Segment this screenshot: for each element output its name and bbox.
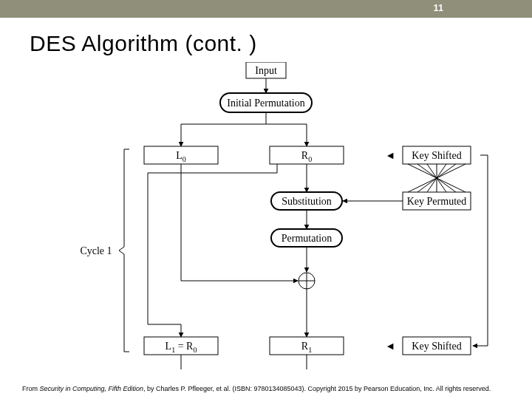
substitution-label: Substitution (282, 196, 332, 207)
page-number: 11 (434, 3, 443, 13)
initial-perm-label: Initial Permutation (227, 98, 304, 109)
footer-prefix: From (22, 385, 40, 392)
header-bar: 11 (0, 0, 532, 18)
footer-book: Security in Computing, Fifth Edition (40, 385, 144, 392)
key-crisscross (408, 164, 466, 192)
page-title: DES Algorithm (cont. ) (30, 31, 532, 56)
des-diagram: Input Initial Permutation L0 R0 Substitu… (30, 62, 502, 372)
key-permuted-label: Key Permuted (407, 196, 466, 207)
permutation-label: Permutation (282, 233, 332, 244)
key-shifted-top-label: Key Shifted (412, 150, 461, 161)
key-shifted-bottom-label: Key Shifted (412, 341, 461, 352)
footer-rest: , by Charles P. Pfleeger, et al. (ISBN: … (143, 385, 491, 392)
arrow-left-icon-2: ◄ (385, 341, 395, 352)
cycle-label: Cycle 1 (80, 245, 112, 256)
arrow-left-icon: ◄ (385, 150, 395, 161)
bracket-icon (119, 149, 129, 352)
input-label: Input (255, 65, 277, 76)
footer-credit: From Security in Computing, Fifth Editio… (22, 385, 510, 393)
